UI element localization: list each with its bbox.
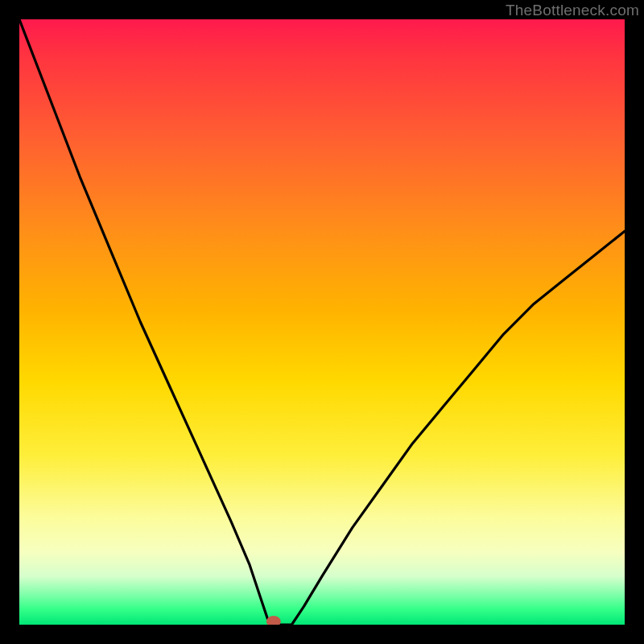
marker-dot xyxy=(266,616,281,625)
bottleneck-curve xyxy=(19,19,625,625)
chart-frame: TheBottleneck.com xyxy=(0,0,644,644)
plot-area xyxy=(19,19,625,625)
watermark-text: TheBottleneck.com xyxy=(506,2,639,19)
curve-svg xyxy=(19,19,625,625)
